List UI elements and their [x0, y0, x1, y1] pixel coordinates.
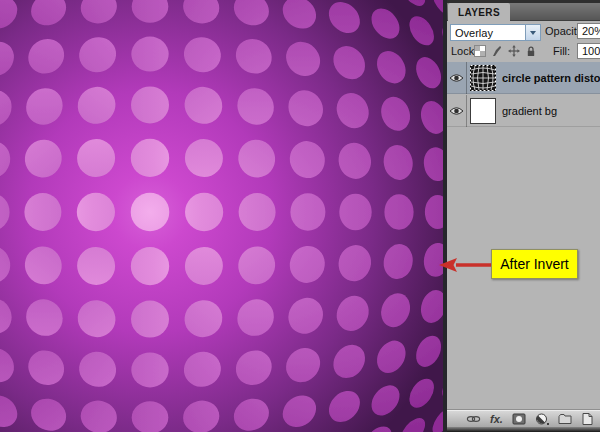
layer-row-gradient-bg[interactable]: gradient bg [447, 95, 600, 127]
panel-tab-bar: LAYERS [447, 0, 600, 21]
lock-all-icon[interactable] [525, 45, 537, 57]
annotation-label: After Invert [491, 249, 578, 279]
opacity-value: 20% [582, 25, 600, 37]
layer-name[interactable]: circle pattern distort [502, 62, 600, 94]
adjustment-layer-icon[interactable] [535, 412, 549, 426]
photoshop-workspace: LAYERS Overlay Opacity: 20% Lock: [0, 0, 600, 432]
panel-bottom-edge [447, 427, 600, 432]
layer-style-icon[interactable]: fx. [490, 412, 503, 426]
new-layer-icon[interactable] [581, 412, 594, 426]
lock-position-icon[interactable] [508, 45, 520, 57]
canvas[interactable] [0, 0, 444, 432]
visibility-toggle[interactable] [447, 62, 467, 94]
blend-mode-row: Overlay Opacity: 20% [447, 21, 600, 42]
eye-icon [449, 73, 464, 83]
fill-label: Fill: [553, 45, 570, 57]
opacity-input[interactable]: 20% [577, 23, 600, 39]
chevron-down-icon[interactable] [525, 25, 540, 40]
layers-panel: LAYERS Overlay Opacity: 20% Lock: [447, 0, 600, 432]
annotation-arrow [436, 254, 494, 276]
layer-thumbnail-pattern[interactable] [470, 65, 496, 91]
eye-icon [449, 106, 464, 116]
lock-transparency-icon[interactable] [474, 45, 486, 57]
tab-layers[interactable]: LAYERS [448, 3, 510, 21]
link-layers-icon[interactable] [466, 412, 481, 426]
layer-row-circle-pattern-distort[interactable]: circle pattern distort [447, 62, 600, 94]
blend-mode-value: Overlay [455, 26, 493, 40]
layers-panel-toolbar: fx. [447, 409, 600, 427]
lock-row: Lock: Fill: 100% [447, 42, 600, 62]
blend-mode-select[interactable]: Overlay [450, 24, 541, 41]
fill-input[interactable]: 100% [577, 43, 600, 59]
fill-value: 100% [582, 45, 600, 57]
add-layer-mask-icon[interactable] [512, 412, 526, 426]
new-group-icon[interactable] [558, 412, 572, 426]
layer-thumbnail-white[interactable] [470, 98, 496, 124]
layer-name[interactable]: gradient bg [502, 95, 557, 127]
lock-image-pixels-icon[interactable] [491, 45, 503, 57]
visibility-toggle[interactable] [447, 95, 467, 127]
